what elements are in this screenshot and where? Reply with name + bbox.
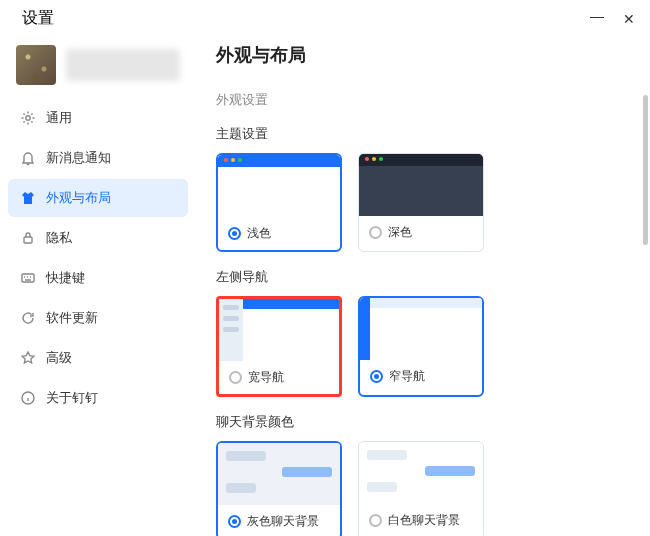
radio-icon	[228, 515, 241, 528]
scrollbar[interactable]	[643, 95, 648, 245]
leftnav-option-narrow[interactable]: 窄导航	[358, 296, 484, 397]
leftnav-preview-wide	[219, 299, 339, 361]
chatbg-option-gray[interactable]: 灰色聊天背景	[216, 441, 342, 536]
theme-options: 浅色 深色	[216, 153, 638, 252]
svg-rect-1	[24, 237, 32, 243]
option-label: 灰色聊天背景	[247, 513, 319, 530]
theme-group-title: 主题设置	[216, 125, 638, 143]
sidebar-item-label: 外观与布局	[46, 189, 111, 207]
sidebar-item-label: 高级	[46, 349, 72, 367]
chatbg-options: 灰色聊天背景 白色聊天背景	[216, 441, 638, 536]
chatbg-preview-white	[359, 442, 483, 504]
close-button[interactable]: ✕	[622, 11, 636, 27]
radio-icon	[369, 514, 382, 527]
sidebar-item-appearance[interactable]: 外观与布局	[8, 179, 188, 217]
leftnav-group-title: 左侧导航	[216, 268, 638, 286]
radio-icon	[369, 226, 382, 239]
leftnav-preview-narrow	[360, 298, 482, 360]
theme-option-light[interactable]: 浅色	[216, 153, 342, 252]
chatbg-preview-gray	[218, 443, 340, 505]
chatbg-option-white[interactable]: 白色聊天背景	[358, 441, 484, 536]
svg-point-0	[26, 116, 30, 120]
sidebar-item-privacy[interactable]: 隐私	[8, 219, 188, 257]
star-icon	[20, 350, 36, 366]
sidebar-item-about[interactable]: 关于钉钉	[8, 379, 188, 417]
sidebar-item-label: 软件更新	[46, 309, 98, 327]
svg-rect-2	[22, 274, 34, 282]
radio-icon	[229, 371, 242, 384]
chatbg-option-label-row: 白色聊天背景	[359, 504, 483, 536]
theme-preview-light	[218, 155, 340, 217]
page-title: 外观与布局	[216, 43, 638, 67]
window-controls: — ✕	[590, 11, 636, 27]
sidebar-item-general[interactable]: 通用	[8, 99, 188, 137]
sidebar-item-update[interactable]: 软件更新	[8, 299, 188, 337]
sidebar-item-advanced[interactable]: 高级	[8, 339, 188, 377]
gear-icon	[20, 110, 36, 126]
option-label: 深色	[388, 224, 412, 241]
chatbg-option-label-row: 灰色聊天背景	[218, 505, 340, 536]
profile[interactable]	[8, 39, 188, 99]
leftnav-option-wide[interactable]: 宽导航	[216, 296, 342, 397]
option-label: 白色聊天背景	[388, 512, 460, 529]
sidebar-item-label: 快捷键	[46, 269, 85, 287]
leftnav-option-label-row: 宽导航	[219, 361, 339, 394]
sidebar: 通用 新消息通知 外观与布局 隐私 快捷键 软件更新	[0, 35, 196, 536]
theme-option-label-row: 深色	[359, 216, 483, 249]
section-subtitle: 外观设置	[216, 91, 638, 109]
sidebar-item-notifications[interactable]: 新消息通知	[8, 139, 188, 177]
avatar	[16, 45, 56, 85]
theme-option-dark[interactable]: 深色	[358, 153, 484, 252]
content: 通用 新消息通知 外观与布局 隐私 快捷键 软件更新	[0, 35, 650, 536]
option-label: 浅色	[247, 225, 271, 242]
theme-preview-dark	[359, 154, 483, 216]
sidebar-nav: 通用 新消息通知 外观与布局 隐私 快捷键 软件更新	[8, 99, 188, 417]
radio-icon	[228, 227, 241, 240]
profile-name-redacted	[66, 49, 180, 81]
radio-icon	[370, 370, 383, 383]
leftnav-option-label-row: 窄导航	[360, 360, 482, 393]
option-label: 窄导航	[389, 368, 425, 385]
sidebar-item-shortcuts[interactable]: 快捷键	[8, 259, 188, 297]
theme-option-label-row: 浅色	[218, 217, 340, 250]
info-icon	[20, 390, 36, 406]
sidebar-item-label: 通用	[46, 109, 72, 127]
keyboard-icon	[20, 270, 36, 286]
leftnav-options: 宽导航 窄导航	[216, 296, 638, 397]
bell-icon	[20, 150, 36, 166]
chatbg-group-title: 聊天背景颜色	[216, 413, 638, 431]
minimize-button[interactable]: —	[590, 8, 604, 24]
sidebar-item-label: 新消息通知	[46, 149, 111, 167]
titlebar: 设置 — ✕	[0, 0, 650, 35]
sidebar-item-label: 隐私	[46, 229, 72, 247]
sidebar-item-label: 关于钉钉	[46, 389, 98, 407]
main: 外观与布局 外观设置 主题设置 浅色	[196, 35, 650, 536]
refresh-icon	[20, 310, 36, 326]
shirt-icon	[20, 190, 36, 206]
lock-icon	[20, 230, 36, 246]
option-label: 宽导航	[248, 369, 284, 386]
window-title: 设置	[22, 8, 54, 29]
